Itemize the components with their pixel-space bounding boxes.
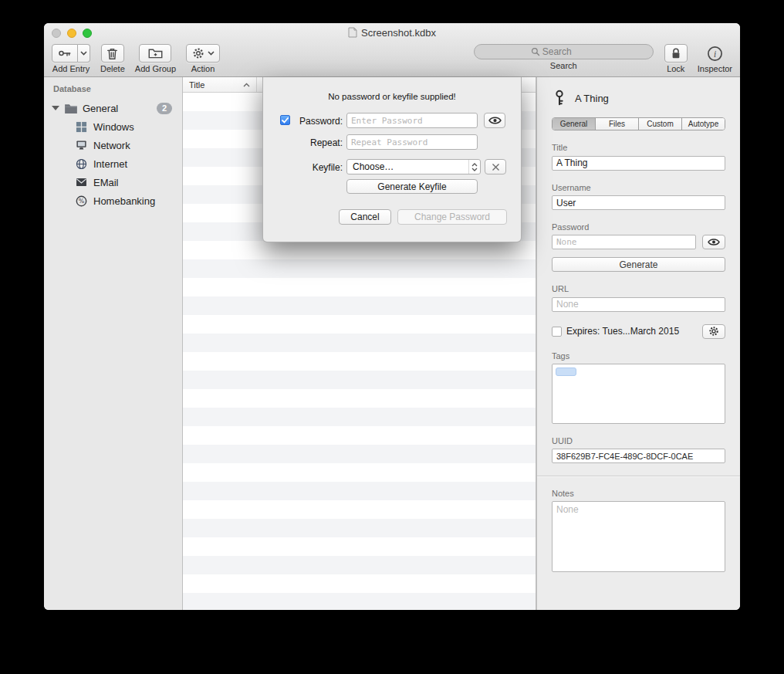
search-icon — [531, 47, 540, 56]
toolbar-item-add-entry: Add Entry — [52, 44, 90, 73]
expires-checkbox[interactable] — [552, 327, 562, 337]
delete-label: Delete — [100, 64, 125, 73]
sidebar-item-network[interactable]: Network — [44, 136, 182, 154]
separator — [537, 476, 740, 476]
computer-icon — [75, 139, 87, 151]
password-field[interactable] — [552, 235, 696, 249]
generate-keyfile-button[interactable]: Generate Keyfile — [346, 179, 478, 194]
key-icon — [552, 90, 567, 107]
sidebar-item-windows[interactable]: Windows — [44, 117, 182, 136]
dialog-keyfile-label: Keyfile: — [263, 162, 343, 173]
inspector-tabs: General Files Custom Autotype — [552, 117, 725, 130]
info-circle-icon: i — [707, 46, 723, 62]
reveal-password-button[interactable] — [702, 235, 725, 249]
tab-files[interactable]: Files — [596, 118, 639, 130]
action-label: Action — [191, 64, 215, 73]
add-entry-button[interactable] — [52, 44, 78, 63]
username-field-label: Username — [552, 183, 725, 192]
sidebar-item-label: Homebanking — [93, 195, 155, 207]
toolbar-item-inspector: i Inspector — [698, 44, 732, 73]
url-field[interactable] — [552, 297, 725, 312]
keyfile-dropdown-value: Choose… — [353, 161, 394, 172]
lock-label: Lock — [667, 64, 684, 73]
title-field-label: Title — [552, 143, 725, 152]
add-entry-label: Add Entry — [52, 64, 90, 73]
notes-label: Notes — [552, 489, 725, 498]
entry-count-badge: 2 — [157, 103, 172, 114]
gear-icon — [708, 326, 719, 337]
inspector-button[interactable]: i — [703, 44, 726, 63]
tab-autotype[interactable]: Autotype — [682, 118, 725, 130]
column-header-title[interactable]: Title — [183, 77, 257, 92]
sidebar-item-label: General — [83, 103, 118, 114]
sidebar-item-label: Network — [93, 140, 130, 151]
change-password-button[interactable]: Change Password — [397, 209, 507, 225]
disclosure-triangle-icon[interactable] — [52, 106, 59, 110]
toolbar-item-lock: Lock — [664, 44, 688, 73]
clear-keyfile-button[interactable] — [485, 159, 506, 174]
keyfile-dropdown[interactable]: Choose… — [346, 159, 481, 174]
windows-grid-icon — [75, 120, 87, 133]
svg-text:%: % — [78, 198, 84, 205]
toolbar: Add Entry Delete Add Group — [44, 43, 740, 77]
tab-general[interactable]: General — [553, 118, 596, 130]
uuid-label: UUID — [552, 436, 725, 445]
dialog-repeat-input[interactable] — [346, 134, 478, 150]
inspector-label: Inspector — [698, 64, 732, 73]
padlock-icon — [671, 47, 681, 59]
folder-plus-icon — [148, 47, 163, 59]
tags-label: Tags — [552, 351, 725, 361]
change-password-dialog: No password or keyfile supplied! Passwor… — [262, 77, 522, 242]
tag-chip[interactable] — [556, 367, 576, 376]
close-x-icon — [492, 163, 500, 171]
dialog-repeat-label: Repeat: — [263, 137, 343, 148]
eye-icon — [488, 116, 502, 125]
inspector-panel: A Thing General Files Custom Autotype Ti… — [536, 77, 740, 610]
notes-field[interactable] — [552, 501, 725, 572]
search-input[interactable] — [542, 46, 596, 57]
column-header-label: Title — [189, 80, 204, 90]
sidebar-item-label: EMail — [93, 177, 119, 188]
envelope-icon — [75, 176, 87, 188]
sidebar-item-homebanking[interactable]: % Homebanking — [44, 191, 182, 210]
sidebar-item-internet[interactable]: Internet — [44, 154, 182, 173]
expires-row: Expires: Tues...March 2015 — [552, 324, 725, 339]
title-field[interactable] — [552, 156, 725, 171]
cancel-button[interactable]: Cancel — [339, 209, 391, 225]
delete-button[interactable] — [101, 44, 124, 63]
dialog-reveal-password-button[interactable] — [484, 113, 505, 128]
expires-settings-button[interactable] — [702, 324, 725, 339]
add-group-label: Add Group — [135, 64, 176, 73]
action-button[interactable] — [186, 44, 220, 63]
tags-box[interactable] — [552, 364, 725, 424]
username-field[interactable] — [552, 195, 725, 210]
uuid-field[interactable] — [552, 449, 725, 463]
tab-custom[interactable]: Custom — [639, 118, 682, 130]
dialog-password-label: Password: — [263, 116, 343, 127]
eye-icon — [708, 238, 720, 246]
chevron-down-icon — [80, 51, 87, 56]
inspector-header: A Thing — [552, 90, 725, 107]
url-field-label: URL — [552, 284, 725, 293]
trash-icon — [106, 47, 118, 60]
stepper-icon — [468, 160, 480, 174]
add-entry-dropdown-button[interactable] — [78, 44, 90, 63]
key-icon — [58, 47, 72, 59]
sidebar-item-general[interactable]: General 2 — [44, 99, 182, 117]
entry-title: A Thing — [575, 93, 609, 104]
gear-icon — [192, 47, 204, 59]
titlebar[interactable]: Screenshot.kdbx — [44, 23, 740, 43]
toolbar-item-add-group: Add Group — [135, 44, 176, 73]
sidebar-item-email[interactable]: EMail — [44, 173, 182, 191]
lock-button[interactable] — [664, 44, 688, 63]
globe-icon — [75, 157, 87, 170]
toolbar-item-action: Action — [186, 44, 220, 73]
generate-password-button[interactable]: Generate — [552, 257, 725, 272]
dialog-password-input[interactable] — [346, 113, 478, 128]
search-field[interactable] — [474, 44, 654, 59]
add-group-button[interactable] — [139, 44, 171, 63]
sort-ascending-icon — [243, 83, 250, 87]
document-icon — [348, 27, 357, 38]
window-title: Screenshot.kdbx — [44, 27, 740, 39]
coin-icon: % — [75, 195, 87, 207]
